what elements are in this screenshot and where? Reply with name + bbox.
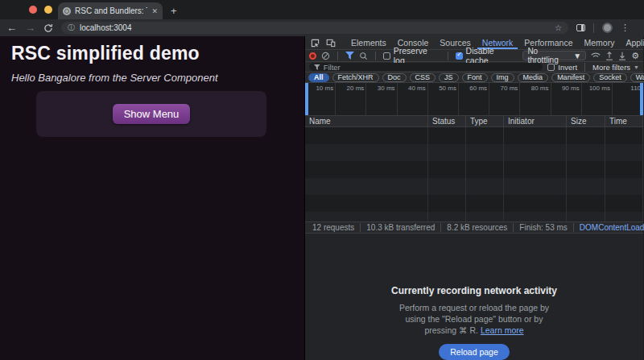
- url-text[interactable]: localhost:3004: [80, 23, 550, 32]
- reload-page-button[interactable]: Reload page: [439, 344, 510, 360]
- timeline-segment: 20 ms: [336, 83, 366, 115]
- show-menu-button[interactable]: Show Menu: [113, 104, 191, 124]
- timeline-segment: 50 ms: [428, 83, 459, 115]
- dom-content-loaded-time: DOMContentLoaded: 24 ms: [573, 223, 644, 232]
- close-window-button[interactable]: [29, 6, 37, 14]
- back-icon[interactable]: ←: [6, 23, 17, 33]
- browser-toolbar: ← → ⓘ localhost:3004 ☆ ⋮: [0, 19, 644, 36]
- filter-row: Invert More filters ▼: [305, 62, 643, 72]
- body-column: [466, 127, 504, 221]
- toolbar-divider: [593, 23, 594, 33]
- page-title: RSC simplified demo: [11, 43, 200, 64]
- chevron-down-icon: ▼: [634, 64, 639, 70]
- record-icon[interactable]: [309, 52, 316, 60]
- request-type-filters: All Fetch/XHR Doc CSS JS Font Img Media …: [305, 72, 643, 83]
- empty-state-shortcut: pressing ⌘ R.: [424, 325, 480, 335]
- web-page: RSC simplified demo Hello Bangalore from…: [0, 36, 305, 360]
- export-har-icon[interactable]: [618, 52, 626, 60]
- reload-icon[interactable]: [43, 23, 53, 33]
- address-bar[interactable]: ⓘ localhost:3004 ☆: [61, 22, 568, 34]
- body-column: [504, 127, 567, 221]
- chip-img[interactable]: Img: [491, 73, 514, 82]
- content-area: RSC simplified demo Hello Bangalore from…: [0, 36, 644, 360]
- chip-font[interactable]: Font: [462, 73, 488, 82]
- minimize-window-button[interactable]: [44, 6, 52, 14]
- filter-funnel-icon[interactable]: [345, 52, 354, 60]
- filter-input[interactable]: [324, 63, 539, 72]
- column-name[interactable]: Name: [305, 116, 428, 126]
- network-conditions-icon[interactable]: [591, 52, 601, 60]
- timeline-segment: 100 ms: [582, 83, 613, 115]
- chip-doc[interactable]: Doc: [382, 73, 407, 82]
- column-status[interactable]: Status: [428, 116, 466, 126]
- tab-title: RSC and Bundlers: Tale of tw: [75, 6, 147, 15]
- inspect-element-icon[interactable]: [308, 39, 322, 48]
- browser-menu-icon[interactable]: ⋮: [621, 23, 630, 33]
- chip-fetch-xhr[interactable]: Fetch/XHR: [332, 73, 379, 82]
- more-filters-label: More filters: [592, 63, 630, 72]
- side-panel-icon[interactable]: [576, 24, 585, 31]
- column-initiator[interactable]: Initiator: [504, 116, 567, 126]
- filter-input-wrap: [309, 63, 543, 71]
- timeline-segment: 40 ms: [398, 83, 428, 115]
- device-toolbar-icon[interactable]: [324, 39, 338, 48]
- timeline-segment: 110: [613, 83, 643, 115]
- tab-application[interactable]: Application: [621, 37, 644, 49]
- empty-state-text-line3: pressing ⌘ R. Learn more: [424, 325, 523, 336]
- learn-more-link[interactable]: Learn more: [481, 325, 524, 335]
- timeline-segment: 90 ms: [551, 83, 582, 115]
- chip-all[interactable]: All: [308, 73, 329, 82]
- filter-icon: [314, 64, 320, 70]
- toolbar-divider: [375, 52, 376, 60]
- chip-wasm[interactable]: Wasm: [630, 73, 644, 82]
- more-filters-button[interactable]: More filters ▼: [592, 63, 639, 72]
- timeline-segment: 70 ms: [489, 83, 520, 115]
- network-overview-timeline[interactable]: 10 ms 20 ms 30 ms 40 ms 50 ms 60 ms 70 m…: [305, 83, 643, 116]
- clear-icon[interactable]: [321, 52, 330, 60]
- invert-label: Invert: [558, 63, 577, 72]
- invert-checkbox[interactable]: Invert: [547, 63, 577, 72]
- network-summary-bar: 12 requests 10.3 kB transferred 8.2 kB r…: [305, 222, 643, 234]
- timeline-segment: 80 ms: [520, 83, 551, 115]
- import-har-icon[interactable]: [605, 52, 613, 60]
- body-column: [567, 127, 605, 221]
- requests-table-header: Name Status Type Initiator Size Time: [305, 116, 643, 126]
- browser-tab[interactable]: RSC and Bundlers: Tale of tw ✕: [58, 2, 163, 19]
- bookmark-star-icon[interactable]: ☆: [555, 23, 562, 32]
- page-subtitle: Hello Bangalore from the Server Componen…: [11, 72, 218, 84]
- timeline-left-handle[interactable]: [305, 83, 308, 115]
- body-column: [305, 127, 428, 221]
- search-icon[interactable]: [359, 52, 368, 60]
- column-type[interactable]: Type: [466, 116, 504, 126]
- column-time[interactable]: Time: [605, 116, 643, 126]
- column-size[interactable]: Size: [567, 116, 605, 126]
- requests-table-body[interactable]: [305, 127, 643, 222]
- profile-avatar[interactable]: [602, 23, 613, 33]
- timeline-segment: 10 ms: [305, 83, 336, 115]
- chip-socket[interactable]: Socket: [593, 73, 627, 82]
- tab-favicon: [63, 7, 71, 15]
- toolbar-divider: [584, 63, 585, 72]
- transferred-size: 10.3 kB transferred: [360, 223, 440, 232]
- tab-memory[interactable]: Memory: [579, 37, 619, 49]
- checkbox-unchecked: [383, 52, 390, 60]
- network-toolbar: Preserve log Disable cache No throttling…: [305, 50, 643, 62]
- throttling-select[interactable]: No throttling ▼: [522, 51, 586, 60]
- requests-count: 12 requests: [307, 223, 360, 232]
- tab-close-icon[interactable]: ✕: [151, 7, 158, 15]
- empty-state-title: Currently recording network activity: [391, 285, 557, 296]
- chip-manifest[interactable]: Manifest: [551, 73, 590, 82]
- timeline-right-handle[interactable]: [640, 83, 643, 115]
- chip-media[interactable]: Media: [518, 73, 549, 82]
- chevron-down-icon: ▼: [573, 52, 581, 60]
- site-info-icon[interactable]: ⓘ: [68, 23, 75, 33]
- forward-icon[interactable]: →: [25, 23, 35, 33]
- empty-state-text-line1: Perform a request or reload the page by: [399, 302, 549, 313]
- chip-css[interactable]: CSS: [410, 73, 436, 82]
- new-tab-button[interactable]: +: [171, 5, 177, 17]
- checkbox-unchecked: [547, 64, 555, 71]
- empty-state-text-line2: using the "Reload page" button or by: [406, 313, 543, 325]
- network-settings-gear-icon[interactable]: ⚙: [631, 52, 639, 60]
- menu-card: Show Menu: [36, 91, 266, 137]
- chip-js[interactable]: JS: [439, 73, 459, 82]
